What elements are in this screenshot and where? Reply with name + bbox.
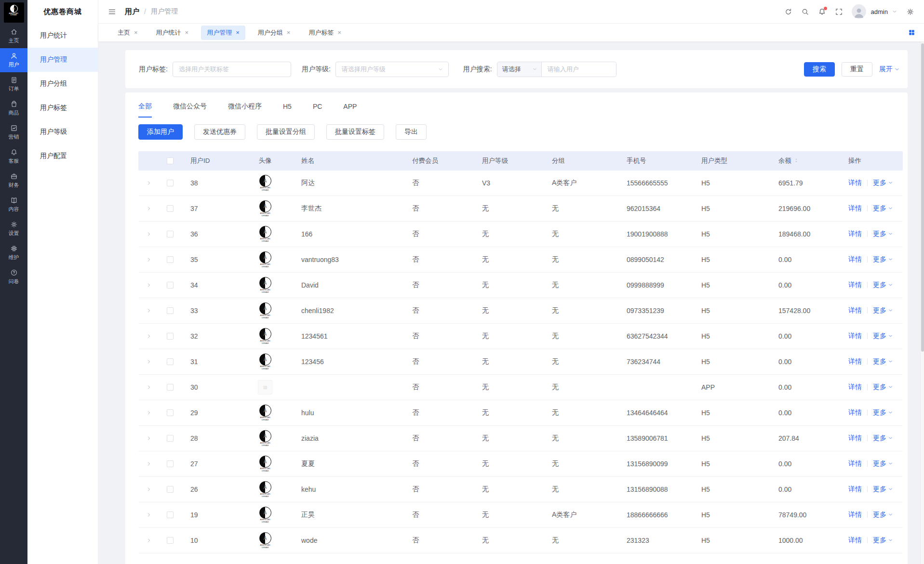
- send-coupon-button[interactable]: 发送优惠券: [194, 124, 245, 140]
- detail-link[interactable]: 详情: [848, 408, 862, 416]
- more-link[interactable]: 更多: [873, 255, 893, 263]
- rail-item-content[interactable]: 内容: [0, 193, 27, 217]
- rail-item-home[interactable]: 主页: [0, 24, 27, 48]
- username[interactable]: admin: [871, 8, 888, 15]
- detail-link[interactable]: 详情: [848, 306, 862, 314]
- rail-item-goods[interactable]: 商品: [0, 96, 27, 120]
- rail-item-finance[interactable]: 财务: [0, 169, 27, 193]
- row-expand-icon[interactable]: [146, 538, 152, 543]
- detail-link[interactable]: 详情: [848, 536, 862, 544]
- sidebar-item-user-levels[interactable]: 用户等级: [27, 120, 98, 144]
- row-expand-icon[interactable]: [146, 257, 152, 262]
- tab-user-groups[interactable]: 用户分组 ×: [252, 26, 296, 40]
- detail-link[interactable]: 详情: [848, 281, 862, 289]
- more-link[interactable]: 更多: [873, 204, 893, 212]
- batch-set-group-button[interactable]: 批量设置分组: [257, 124, 315, 140]
- bell-icon[interactable]: [818, 8, 826, 16]
- row-checkbox[interactable]: [167, 512, 174, 518]
- detail-link[interactable]: 详情: [848, 383, 862, 391]
- detail-link[interactable]: 详情: [848, 255, 862, 263]
- row-checkbox[interactable]: [167, 256, 174, 263]
- export-button[interactable]: 导出: [396, 124, 427, 140]
- row-expand-icon[interactable]: [146, 435, 152, 441]
- more-link[interactable]: 更多: [873, 230, 893, 237]
- tab-close-icon[interactable]: ×: [287, 29, 291, 36]
- detail-link[interactable]: 详情: [848, 459, 862, 467]
- row-expand-icon[interactable]: [146, 486, 152, 492]
- sidebar-item-user-tags[interactable]: 用户标签: [27, 96, 98, 120]
- fullscreen-icon[interactable]: [835, 8, 843, 16]
- row-checkbox[interactable]: [167, 384, 174, 391]
- brand-logo[interactable]: A AMERICAN DREAM: [4, 2, 24, 23]
- refresh-icon[interactable]: [784, 8, 792, 16]
- more-link[interactable]: 更多: [873, 179, 893, 186]
- tab-home[interactable]: 主页 ×: [112, 26, 144, 40]
- more-link[interactable]: 更多: [873, 357, 893, 365]
- row-expand-icon[interactable]: [146, 410, 152, 416]
- collapse-menu-icon[interactable]: [108, 8, 116, 16]
- more-link[interactable]: 更多: [873, 281, 893, 289]
- channel-tab-app[interactable]: APP: [343, 103, 357, 111]
- sidebar-item-user-stats[interactable]: 用户统计: [27, 24, 98, 48]
- detail-link[interactable]: 详情: [848, 179, 862, 186]
- tab-close-icon[interactable]: ×: [337, 29, 341, 36]
- detail-link[interactable]: 详情: [848, 434, 862, 442]
- more-link[interactable]: 更多: [873, 408, 893, 416]
- row-expand-icon[interactable]: [146, 384, 152, 390]
- more-link[interactable]: 更多: [873, 306, 893, 314]
- detail-link[interactable]: 详情: [848, 485, 862, 493]
- user-search-input[interactable]: [542, 62, 616, 77]
- gear-icon[interactable]: [906, 8, 914, 16]
- row-expand-icon[interactable]: [146, 461, 152, 467]
- chevron-down-icon[interactable]: [892, 9, 897, 14]
- tab-close-icon[interactable]: ×: [185, 29, 189, 36]
- channel-tab-all[interactable]: 全部: [138, 102, 152, 112]
- channel-tab-wechat-mini[interactable]: 微信小程序: [228, 102, 262, 112]
- search-icon[interactable]: [801, 8, 809, 16]
- detail-link[interactable]: 详情: [848, 332, 862, 340]
- row-checkbox[interactable]: [167, 205, 174, 212]
- caret-sort-icon[interactable]: [793, 157, 799, 164]
- scrollbar-thumb[interactable]: [921, 43, 924, 352]
- sidebar-item-user-management[interactable]: 用户管理: [27, 48, 98, 72]
- more-link[interactable]: 更多: [873, 511, 893, 518]
- channel-tab-wechat-official[interactable]: 微信公众号: [173, 102, 207, 112]
- rail-item-service[interactable]: 客服: [0, 144, 27, 169]
- tab-user-management[interactable]: 用户管理 ×: [201, 26, 245, 40]
- rail-item-maintenance[interactable]: 维护: [0, 241, 27, 265]
- row-checkbox[interactable]: [167, 231, 174, 237]
- search-button[interactable]: 搜索: [804, 62, 835, 77]
- row-expand-icon[interactable]: [146, 359, 152, 365]
- row-checkbox[interactable]: [167, 486, 174, 493]
- reset-button[interactable]: 重置: [842, 62, 872, 77]
- row-checkbox[interactable]: [167, 282, 174, 289]
- row-checkbox[interactable]: [167, 180, 174, 186]
- row-expand-icon[interactable]: [146, 512, 152, 518]
- row-checkbox[interactable]: [167, 333, 174, 340]
- user-avatar[interactable]: [852, 4, 866, 19]
- detail-link[interactable]: 详情: [848, 230, 862, 237]
- channel-tab-h5[interactable]: H5: [283, 103, 292, 111]
- tab-user-tags[interactable]: 用户标签 ×: [303, 26, 347, 40]
- page-scrollbar[interactable]: [920, 41, 924, 564]
- sidebar-item-user-config[interactable]: 用户配置: [27, 144, 98, 168]
- more-link[interactable]: 更多: [873, 459, 893, 467]
- row-expand-icon[interactable]: [146, 206, 152, 211]
- row-expand-icon[interactable]: [146, 231, 152, 237]
- row-expand-icon[interactable]: [146, 308, 152, 314]
- row-expand-icon[interactable]: [146, 282, 152, 288]
- detail-link[interactable]: 详情: [848, 511, 862, 518]
- row-checkbox[interactable]: [167, 307, 174, 314]
- more-link[interactable]: 更多: [873, 536, 893, 544]
- tab-user-stats[interactable]: 用户统计 ×: [150, 26, 195, 40]
- select-all-checkbox[interactable]: [167, 157, 174, 164]
- row-checkbox[interactable]: [167, 358, 174, 365]
- detail-link[interactable]: 详情: [848, 204, 862, 212]
- more-link[interactable]: 更多: [873, 332, 893, 340]
- column-header-balance[interactable]: 余额: [769, 157, 839, 165]
- expand-link[interactable]: 展开: [879, 65, 900, 74]
- row-checkbox[interactable]: [167, 537, 174, 544]
- rail-item-settings[interactable]: 设置: [0, 217, 27, 241]
- more-link[interactable]: 更多: [873, 485, 893, 493]
- tab-close-icon[interactable]: ×: [236, 29, 240, 36]
